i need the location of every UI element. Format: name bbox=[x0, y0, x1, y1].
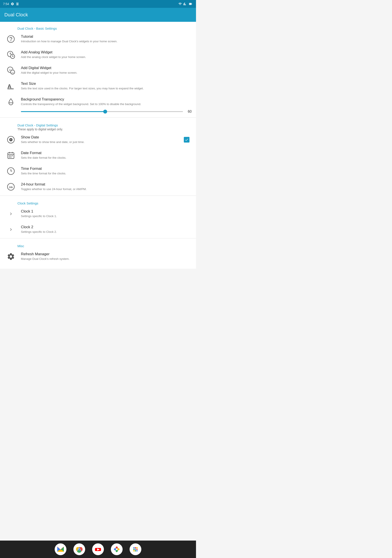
add-digital-item[interactable]: 12 12 Add Digital Widget Add the digital… bbox=[0, 62, 196, 78]
section-misc-title: Misc bbox=[17, 244, 179, 248]
clock2-item[interactable]: Clock 2 Settings specific to Clock 2. bbox=[0, 222, 196, 237]
calendar-icon bbox=[4, 151, 17, 160]
svg-point-5 bbox=[7, 35, 14, 43]
digital-clock-icon: 12 12 bbox=[4, 66, 17, 75]
tutorial-item[interactable]: Tutorial Introduction on how to manage D… bbox=[0, 31, 196, 47]
bottom-spacer bbox=[0, 269, 196, 288]
24h-format-item[interactable]: 24h 24-hour format Toggles whether to us… bbox=[0, 179, 196, 195]
clock1-desc: Settings specific to Clock 1. bbox=[21, 214, 192, 218]
app-bar: Dual Clock bbox=[0, 8, 196, 22]
svg-rect-26 bbox=[9, 157, 10, 157]
divider-1 bbox=[0, 117, 196, 118]
section-clock-settings: Clock Settings Clock 1 Settings specific… bbox=[0, 197, 196, 237]
bg-transparency-title: Background Transparency bbox=[21, 97, 192, 102]
section-digital-title: Dual Clock - Digital Settings bbox=[17, 123, 179, 127]
time-format-desc: Sets the time format for the clocks. bbox=[21, 172, 192, 176]
date-format-text: Date Format Sets the date format for the… bbox=[17, 151, 192, 160]
clock2-title: Clock 2 bbox=[21, 225, 192, 229]
show-date-checkbox[interactable] bbox=[184, 137, 189, 143]
svg-text:A: A bbox=[7, 83, 11, 89]
text-size-icon: A bbox=[4, 82, 17, 90]
svg-text:12: 12 bbox=[11, 71, 14, 74]
transparency-icon bbox=[4, 98, 17, 106]
bg-transparency-item[interactable]: Background Transparency Controls the tra… bbox=[0, 94, 196, 110]
checkmark-icon bbox=[185, 138, 189, 142]
24h-format-desc: Toggles whether to use 24-hour format, o… bbox=[21, 187, 192, 191]
status-right bbox=[178, 2, 193, 6]
slider-value: 60 bbox=[186, 110, 192, 113]
status-bar: 7:54 bbox=[0, 0, 196, 8]
refresh-manager-title: Refresh Manager bbox=[21, 252, 192, 256]
clock1-text: Clock 1 Settings specific to Clock 1. bbox=[17, 209, 192, 218]
24h-format-title: 24-hour format bbox=[21, 182, 192, 187]
section-misc-header: Misc bbox=[0, 239, 196, 249]
chevron-right-2-icon bbox=[8, 227, 14, 232]
tutorial-desc: Introduction on how to manage Dual Clock… bbox=[21, 39, 192, 44]
gear-icon bbox=[4, 253, 17, 261]
text-size-title: Text Size bbox=[21, 81, 192, 86]
time-format-text: Time Format Sets the time format for the… bbox=[17, 166, 192, 176]
slider-fill bbox=[21, 111, 105, 112]
show-date-title: Show Date bbox=[21, 135, 184, 140]
clock2-chevron-icon bbox=[4, 227, 17, 232]
text-size-item[interactable]: A Text Size Sets the text size used in t… bbox=[0, 78, 196, 94]
svg-rect-24 bbox=[10, 155, 12, 156]
bg-transparency-desc: Controls the transparency of the widget … bbox=[21, 102, 192, 106]
date-format-desc: Sets the date format for the clocks. bbox=[21, 156, 192, 160]
section-digital-header: Dual Clock - Digital Settings These appl… bbox=[0, 119, 196, 132]
battery-icon bbox=[188, 2, 193, 5]
signal-icon bbox=[183, 2, 187, 6]
analog-clock-icon bbox=[4, 51, 17, 59]
status-left: 7:54 bbox=[3, 2, 19, 6]
clock1-title: Clock 1 bbox=[21, 209, 192, 214]
refresh-manager-text: Refresh Manager Manage Dual Clock's refr… bbox=[17, 252, 192, 261]
clock-icon bbox=[4, 167, 17, 175]
add-digital-desc: Add the digital widget to your home scre… bbox=[21, 71, 192, 75]
add-analog-text: Add Analog Widget Add the analog clock w… bbox=[17, 50, 192, 59]
section-digital-subtitle: These apply to digital widget only. bbox=[17, 128, 179, 131]
settings-status-icon bbox=[11, 2, 14, 6]
status-time: 7:54 bbox=[3, 2, 9, 6]
svg-point-18 bbox=[10, 139, 12, 140]
add-digital-title: Add Digital Widget bbox=[21, 66, 192, 70]
section-basic-title: Dual Clock - Basic Settings bbox=[17, 26, 179, 30]
time-format-title: Time Format bbox=[21, 166, 192, 171]
clock1-chevron-icon bbox=[4, 211, 17, 217]
section-clock-title: Clock Settings bbox=[17, 201, 179, 205]
svg-rect-1 bbox=[17, 3, 18, 5]
text-size-text: Text Size Sets the text size used in the… bbox=[17, 81, 192, 91]
divider-3 bbox=[0, 238, 196, 238]
svg-text:24h: 24h bbox=[9, 186, 13, 189]
section-basic: Dual Clock - Basic Settings Tutorial Int… bbox=[0, 22, 196, 117]
show-date-checkbox-container bbox=[184, 137, 192, 143]
date-format-item[interactable]: Date Format Sets the date format for the… bbox=[0, 148, 196, 163]
24h-icon: 24h bbox=[4, 183, 17, 191]
svg-rect-27 bbox=[10, 157, 12, 157]
sim-status-icon bbox=[16, 2, 19, 6]
tutorial-text: Tutorial Introduction on how to manage D… bbox=[17, 35, 192, 44]
svg-point-6 bbox=[11, 41, 11, 41]
svg-rect-3 bbox=[191, 3, 192, 4]
section-basic-header: Dual Clock - Basic Settings bbox=[0, 22, 196, 31]
24h-format-text: 24-hour format Toggles whether to use 24… bbox=[17, 182, 192, 191]
svg-rect-23 bbox=[9, 155, 10, 156]
section-misc: Misc Refresh Manager Manage Dual Clock's… bbox=[0, 239, 196, 264]
section-clock-header: Clock Settings bbox=[0, 197, 196, 206]
slider-container[interactable]: 60 bbox=[0, 110, 196, 117]
slider-track[interactable] bbox=[21, 111, 183, 112]
add-analog-desc: Add the analog clock widget to your home… bbox=[21, 55, 192, 59]
wifi-icon bbox=[178, 2, 182, 6]
show-date-text: Show Date Sets whether to show time and … bbox=[17, 135, 184, 144]
refresh-manager-desc: Manage Dual Clock's refresh system. bbox=[21, 257, 192, 261]
refresh-manager-item[interactable]: Refresh Manager Manage Dual Clock's refr… bbox=[0, 249, 196, 264]
time-format-item[interactable]: Time Format Sets the time format for the… bbox=[0, 163, 196, 179]
app-title: Dual Clock bbox=[4, 12, 28, 18]
show-date-item[interactable]: Show Date Sets whether to show time and … bbox=[0, 132, 196, 148]
svg-rect-25 bbox=[12, 155, 13, 156]
add-analog-item[interactable]: Add Analog Widget Add the analog clock w… bbox=[0, 47, 196, 62]
svg-rect-4 bbox=[189, 3, 191, 5]
slider-thumb[interactable] bbox=[103, 110, 107, 113]
clock1-item[interactable]: Clock 1 Settings specific to Clock 1. bbox=[0, 206, 196, 222]
content: Dual Clock - Basic Settings Tutorial Int… bbox=[0, 22, 196, 269]
text-size-desc: Sets the text size used in the clocks. F… bbox=[21, 87, 192, 91]
